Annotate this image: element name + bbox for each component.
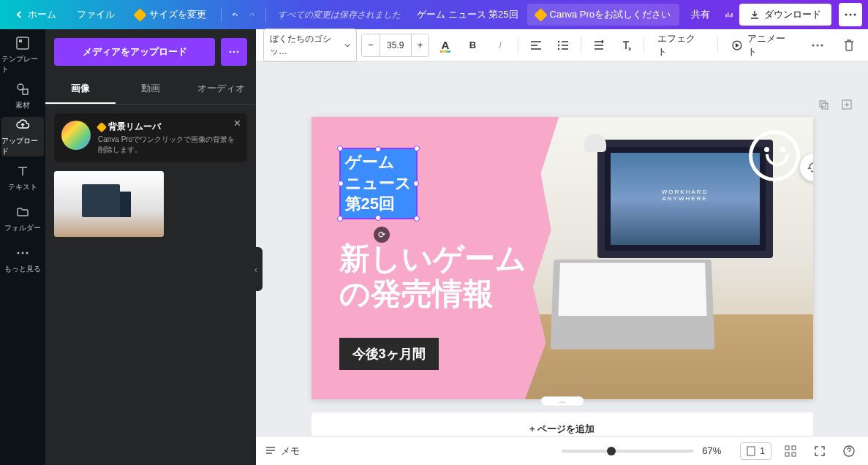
side-rail: テンプレート 素材 アップロード テキスト フォルダー もっと見る xyxy=(0,29,45,465)
upload-more-button[interactable] xyxy=(221,38,247,66)
resize-button[interactable]: サイズを変更 xyxy=(127,4,215,26)
svg-point-7 xyxy=(18,252,20,254)
analytics-button[interactable] xyxy=(722,7,736,22)
svg-rect-25 xyxy=(792,446,796,450)
rail-folder[interactable]: フォルダー xyxy=(1,199,44,238)
tab-audio[interactable]: オーディオ xyxy=(186,75,256,104)
selected-text-element[interactable]: ゲーム ニュース 第25回 xyxy=(339,148,418,219)
font-size-input[interactable] xyxy=(380,34,412,56)
document-title[interactable]: ゲーム ニュース 第25回 xyxy=(417,8,518,21)
resize-handle[interactable] xyxy=(337,216,343,222)
try-pro-button[interactable]: Canva Proをお試しください xyxy=(527,4,679,26)
vertical-text-button[interactable] xyxy=(615,34,638,57)
text-more-button[interactable] xyxy=(806,34,829,57)
zoom-thumb[interactable] xyxy=(607,447,616,455)
italic-button[interactable]: I xyxy=(488,34,512,57)
effects-button[interactable]: エフェクト xyxy=(650,28,712,63)
resize-handle[interactable] xyxy=(337,145,343,151)
resize-handle[interactable] xyxy=(375,146,381,152)
upload-media-button[interactable]: メディアをアップロード xyxy=(54,38,215,66)
file-button[interactable]: ファイル xyxy=(68,4,124,26)
close-icon[interactable]: ✕ xyxy=(233,118,241,129)
separator xyxy=(717,37,718,53)
dots-icon xyxy=(15,245,31,261)
svg-point-10 xyxy=(230,51,232,53)
resize-handle[interactable] xyxy=(338,181,344,186)
home-button[interactable]: ホーム xyxy=(6,4,65,26)
more-button[interactable] xyxy=(839,3,862,26)
add-page-button[interactable]: + ページを追加 xyxy=(312,412,813,436)
resize-handle[interactable] xyxy=(414,216,420,222)
redo-button[interactable] xyxy=(245,7,260,22)
fullscreen-button[interactable] xyxy=(809,441,830,461)
font-size-increase[interactable]: + xyxy=(412,34,429,56)
grid-view-button[interactable] xyxy=(780,441,801,461)
rail-elements[interactable]: 素材 xyxy=(1,76,44,116)
saved-status: すべての変更は保存されました xyxy=(278,9,401,21)
rail-more[interactable]: もっと見る xyxy=(1,240,44,279)
folder-icon xyxy=(15,204,31,220)
rail-text[interactable]: テキスト xyxy=(1,158,44,197)
add-page-icon-button[interactable] xyxy=(839,97,855,113)
resize-handle[interactable] xyxy=(413,181,419,186)
canvas-area: ‹ ぼくたちのゴシッ… − + A B I エフェクト xyxy=(256,29,868,465)
undo-button[interactable] xyxy=(227,7,242,22)
panel-tabs: 画像 動画 オーディオ xyxy=(45,75,256,105)
share-button[interactable]: 共有 xyxy=(682,4,719,26)
page-tools xyxy=(815,97,855,113)
rail-template[interactable]: テンプレート xyxy=(1,35,44,75)
uploaded-image-thumb[interactable] xyxy=(54,171,164,237)
tab-video[interactable]: 動画 xyxy=(116,75,186,104)
rail-upload[interactable]: アップロード xyxy=(1,117,44,156)
svg-point-19 xyxy=(820,44,823,46)
bg-remove-promo[interactable]: 背景リムーバ Canva Proでワンクリックで画像の背景を削除します。 ✕ xyxy=(54,113,247,162)
chevron-down-icon xyxy=(344,43,351,48)
upload-icon xyxy=(15,117,31,133)
sync-icon[interactable]: ⟳ xyxy=(374,227,390,243)
chevron-left-icon xyxy=(15,10,23,19)
tab-image[interactable]: 画像 xyxy=(45,75,116,104)
font-select[interactable]: ぼくたちのゴシッ… xyxy=(263,29,357,62)
resize-handle[interactable] xyxy=(414,145,420,151)
selected-text-content: ゲーム ニュース 第25回 xyxy=(345,153,412,213)
help-button[interactable] xyxy=(839,441,859,461)
file-label: ファイル xyxy=(77,8,115,21)
animate-button[interactable]: アニメート xyxy=(724,28,801,63)
svg-rect-27 xyxy=(792,453,796,456)
side-panel: メディアをアップロード 画像 動画 オーディオ 背景リムーバ Canva Pro… xyxy=(45,29,256,465)
separator xyxy=(644,37,644,53)
page-indicator[interactable]: 1 xyxy=(740,442,771,460)
canvas-scroll[interactable]: WORKHARD ANYWHERE ゲーム ニュース 第25回 xyxy=(256,61,868,436)
notes-button[interactable]: メモ xyxy=(265,445,300,458)
template-icon xyxy=(15,35,31,51)
text-color-button[interactable]: A xyxy=(434,34,457,57)
animate-label: アニメート xyxy=(747,32,794,58)
rail-folder-label: フォルダー xyxy=(4,223,41,233)
font-size-decrease[interactable]: − xyxy=(362,34,379,56)
smiley-graphic xyxy=(749,130,800,181)
list-icon xyxy=(557,40,569,50)
svg-point-1 xyxy=(850,14,852,16)
vertical-text-icon xyxy=(620,39,632,51)
spacing-button[interactable] xyxy=(587,34,611,57)
resize-handle[interactable] xyxy=(375,215,381,221)
sub-text-box[interactable]: 今後3ヶ月間 xyxy=(339,338,439,370)
delete-button[interactable] xyxy=(837,34,861,57)
expand-pill-button[interactable]: ︿ xyxy=(540,396,584,407)
svg-point-18 xyxy=(816,44,818,46)
download-button[interactable]: ダウンロード xyxy=(739,4,831,26)
list-button[interactable] xyxy=(551,34,575,57)
svg-rect-21 xyxy=(822,103,828,109)
rail-more-label: もっと見る xyxy=(4,264,41,274)
heading-text[interactable]: 新しいゲーム の発売情報 xyxy=(339,241,527,312)
canvas-page[interactable]: WORKHARD ANYWHERE ゲーム ニュース 第25回 xyxy=(312,117,813,399)
zoom-value[interactable]: 67% xyxy=(702,445,731,456)
text-color-icon: A xyxy=(442,39,450,51)
bold-button[interactable]: B xyxy=(461,34,485,57)
elements-icon xyxy=(15,81,31,97)
zoom-slider[interactable] xyxy=(562,450,693,453)
svg-point-14 xyxy=(558,44,559,45)
align-button[interactable] xyxy=(524,34,548,57)
font-name: ぼくたちのゴシッ… xyxy=(270,33,337,58)
duplicate-page-button[interactable] xyxy=(815,97,831,113)
